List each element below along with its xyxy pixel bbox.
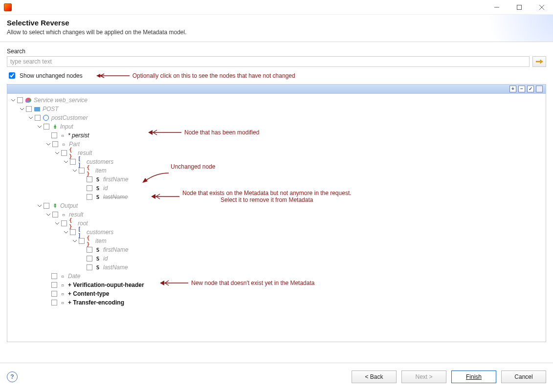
tree-checkbox[interactable] [44,203,49,209]
tree-row-persist[interactable]: ▫ * persist [10,131,543,140]
tree-row-id2[interactable]: S id [10,254,543,263]
chevron-down-icon[interactable] [45,212,51,218]
arrow-right-icon [536,59,543,64]
minimize-button[interactable] [486,0,508,15]
search-input[interactable] [7,56,530,67]
tree-checkbox[interactable] [35,115,41,121]
property-icon: ▫ [60,212,67,218]
tree-panel[interactable]: Node that has been modified Unchanged no… [7,94,546,342]
chevron-down-icon[interactable] [37,124,43,130]
chevron-down-icon[interactable] [45,141,51,147]
tree-row-firstName[interactable]: S firstName [10,175,543,184]
tree-row-id[interactable]: S id [10,184,543,193]
check-all-button[interactable]: ✓ [527,86,534,92]
show-unchanged-checkbox[interactable] [9,72,15,79]
tree-checkbox[interactable] [87,185,92,191]
tree-checkbox[interactable] [51,132,57,138]
tree-checkbox[interactable] [87,264,92,270]
operation-icon [43,115,49,121]
string-icon: S [94,194,101,200]
object-icon: { } [87,238,93,244]
tree-checkbox[interactable] [52,141,58,147]
object-icon: { } [69,220,76,226]
chevron-down-icon[interactable] [63,229,69,235]
property-icon: ▫ [59,132,66,138]
tree-checkbox[interactable] [44,124,49,130]
tree-row-item2[interactable]: { } item [10,237,543,245]
chevron-down-icon[interactable] [63,159,69,165]
chevron-down-icon[interactable] [54,150,60,156]
tree-checkbox[interactable] [61,150,67,156]
tree-checkbox[interactable] [70,159,76,165]
tree-checkbox[interactable] [79,238,85,244]
chevron-down-icon[interactable] [54,220,60,226]
tree-row-output[interactable]: ⤉ Output [10,201,543,210]
chevron-down-icon[interactable] [10,97,16,103]
tree-checkbox[interactable] [87,256,92,261]
uncheck-all-button[interactable] [536,86,543,92]
expand-all-button[interactable]: + [509,86,516,92]
tree-checkbox[interactable] [51,300,57,305]
tree-checkbox[interactable] [70,229,76,235]
input-icon: ⤈ [51,124,58,130]
tree-checkbox[interactable] [87,176,92,182]
tree-checkbox[interactable] [61,220,67,226]
svg-rect-1 [517,5,522,9]
tree-row-lastName-deleted[interactable]: S lastName [10,193,543,201]
tree-row-input[interactable]: ⤈ Input [10,122,543,131]
array-icon: [ ] [78,159,85,165]
tree-row-item[interactable]: { } item [10,166,543,175]
chevron-down-icon[interactable] [19,106,25,112]
close-button[interactable] [531,0,553,15]
tree-row-date[interactable]: ▫ Date [10,272,543,281]
tree-checkbox[interactable] [87,194,92,200]
tree-row-op[interactable]: postCustomer [10,113,543,122]
tree-row-verification-header[interactable]: ▫ + Verification-ouput-header [10,281,543,289]
tree-row-root[interactable]: { } root [10,219,543,228]
dialog-header: Selective Reverse Allow to select which … [0,15,553,42]
tree-row-result2[interactable]: ▫ result [10,210,543,219]
property-icon: ▫ [60,141,67,147]
service-icon [25,97,32,103]
chevron-down-icon[interactable] [72,168,78,174]
header-decoration [460,15,553,42]
tree-row-service[interactable]: Service web_service [10,96,543,105]
tree-row-firstName2[interactable]: S firstName [10,245,543,254]
chevron-down-icon[interactable] [28,115,34,121]
dialog-body: Search Show unchanged nodes Optionally c… [0,42,553,363]
cancel-button[interactable]: Cancel [501,370,546,383]
tree-checkbox[interactable] [26,106,32,112]
tree-row-transfer-encoding[interactable]: ▫ + Transfer-encoding [10,298,543,307]
help-button[interactable]: ? [7,371,18,382]
annotation-show-unchanged: Optionally click on this to see the node… [133,72,295,79]
tree-checkbox[interactable] [17,97,23,103]
tree-checkbox[interactable] [51,291,57,297]
back-button[interactable]: < Back [352,370,397,383]
tree-checkbox[interactable] [51,273,57,279]
property-icon: ▫ [59,282,66,288]
tree-row-post[interactable]: POST [10,105,543,113]
collapse-all-button[interactable]: − [518,86,525,92]
tree-checkbox[interactable] [52,212,58,218]
tree-checkbox[interactable] [51,282,57,288]
tree-checkbox[interactable] [87,247,92,253]
tree-row-content-type[interactable]: ▫ + Content-type [10,289,543,298]
folder-icon [34,106,41,112]
search-go-button[interactable] [532,56,546,67]
tree-row-result[interactable]: { } result [10,149,543,157]
finish-button[interactable]: Finish [451,370,496,383]
annotation-arrow-icon [95,73,130,78]
show-unchanged-label: Show unchanged nodes [20,72,83,79]
titlebar [0,0,553,15]
chevron-down-icon[interactable] [37,203,43,209]
tree-row-part[interactable]: ▫ Part [10,140,543,149]
array-icon: [ ] [78,229,85,235]
tree-row-lastName2[interactable]: S lastName [10,263,543,272]
tree-checkbox[interactable] [79,168,85,174]
maximize-button[interactable] [508,0,531,15]
next-button: Next > [401,370,446,383]
string-icon: S [94,247,101,253]
output-icon: ⤉ [51,203,58,209]
chevron-down-icon[interactable] [72,238,78,244]
property-icon: ▫ [59,273,66,279]
